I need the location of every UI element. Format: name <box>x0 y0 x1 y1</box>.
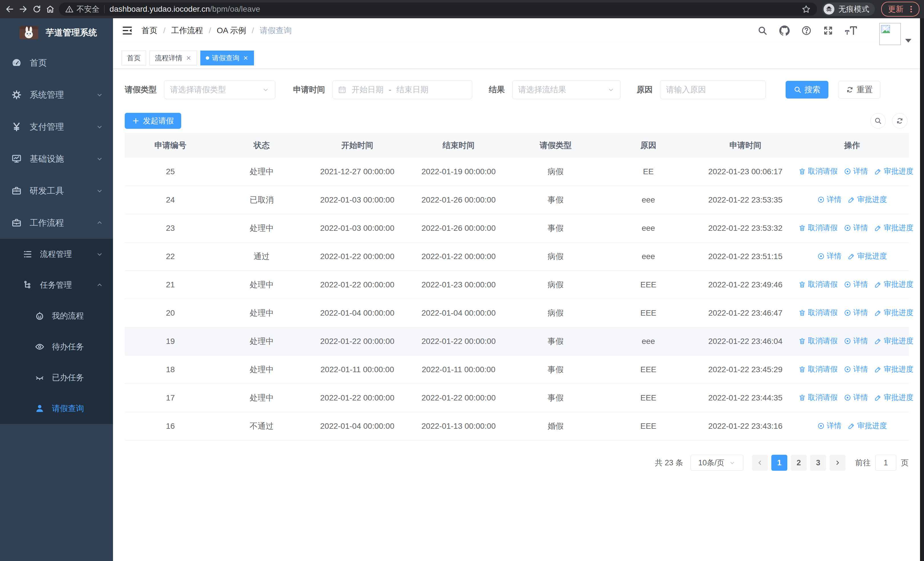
action-cancel-link[interactable]: 取消请假 <box>798 336 837 346</box>
search-button[interactable]: 搜索 <box>786 81 828 99</box>
breadcrumb-separator: / <box>209 26 211 35</box>
action-cancel-link[interactable]: 取消请假 <box>798 364 837 374</box>
sidebar-item-leave-query[interactable]: 请假查询 <box>0 393 113 424</box>
action-detail-link[interactable]: 详情 <box>844 166 868 176</box>
sidebar-item-process-mgmt[interactable]: 流程管理 <box>0 239 113 270</box>
avatar-caret-icon[interactable] <box>905 39 912 42</box>
tab-process-detail[interactable]: 流程详情 <box>150 51 197 65</box>
sidebar-item-label: 系统管理 <box>30 89 64 101</box>
action-label: 详情 <box>853 166 868 176</box>
bookmark-star-icon[interactable] <box>802 5 811 14</box>
cell-apply-time: 2022-01-22 23:53:35 <box>695 186 795 214</box>
sidebar-item-devtools[interactable]: 研发工具 <box>0 175 113 207</box>
fullscreen-icon[interactable] <box>823 26 833 36</box>
action-cancel-link[interactable]: 取消请假 <box>798 223 837 233</box>
cell-leave-type: 病假 <box>510 242 601 271</box>
sidebar-item-task-mgmt[interactable]: 任务管理 <box>0 270 113 301</box>
gear-icon <box>11 90 22 100</box>
page-button-2[interactable]: 2 <box>791 455 807 471</box>
action-progress-link[interactable]: 审批进度 <box>874 223 914 233</box>
reload-icon[interactable] <box>32 3 41 15</box>
main-area: 首页 / 工作流程 / OA 示例 / 请假查询 <box>113 18 920 561</box>
help-icon[interactable] <box>801 26 812 36</box>
leave-type-select[interactable]: 请选择请假类型 <box>164 80 275 99</box>
action-progress-link[interactable]: 审批进度 <box>874 166 914 176</box>
breadcrumb-home[interactable]: 首页 <box>141 25 158 36</box>
action-detail-link[interactable]: 详情 <box>844 393 868 403</box>
page-button-3[interactable]: 3 <box>810 455 826 471</box>
action-progress-link[interactable]: 审批进度 <box>848 194 887 205</box>
font-size-icon[interactable] <box>844 25 857 36</box>
browser-menu-icon[interactable] <box>907 5 915 14</box>
cell-start-time: 2022-01-04 00:00:00 <box>308 299 407 327</box>
sidebar-logo[interactable]: 芋道管理系统 <box>0 18 113 47</box>
action-progress-link[interactable]: 审批进度 <box>848 421 887 431</box>
date-range-input[interactable]: 开始日期 - 结束日期 <box>333 80 472 99</box>
sidebar-item-workflow[interactable]: 工作流程 <box>0 207 113 239</box>
action-progress-link[interactable]: 审批进度 <box>874 393 914 403</box>
next-page-button[interactable] <box>830 455 846 471</box>
action-cancel-link[interactable]: 取消请假 <box>798 393 837 403</box>
search-icon <box>794 86 802 94</box>
page-size-select[interactable]: 10条/页 <box>691 455 743 471</box>
sidebar-item-label: 基础设施 <box>30 153 64 165</box>
cell-apply-id: 22 <box>125 242 216 271</box>
page-button-1[interactable]: 1 <box>771 455 787 471</box>
action-detail-link[interactable]: 详情 <box>844 279 868 289</box>
breadcrumb-workflow[interactable]: 工作流程 <box>171 25 203 36</box>
sidebar-item-system[interactable]: 系统管理 <box>0 79 113 111</box>
reason-input[interactable] <box>660 80 766 99</box>
prev-page-button[interactable] <box>752 455 768 471</box>
home-icon[interactable] <box>45 3 55 15</box>
sidebar-item-my-process[interactable]: 我的流程 <box>0 301 113 331</box>
update-button[interactable]: 更新 <box>881 2 920 17</box>
sidebar-item-todo-tasks[interactable]: 待办任务 <box>0 331 113 362</box>
sidebar-item-payment[interactable]: 支付管理 <box>0 111 113 143</box>
action-progress-link[interactable]: 审批进度 <box>874 279 914 289</box>
action-detail-link[interactable]: 详情 <box>817 421 842 431</box>
action-detail-link[interactable]: 详情 <box>844 364 868 374</box>
cell-status: 处理中 <box>216 214 308 242</box>
sidebar-item-infra[interactable]: 基础设施 <box>0 143 113 175</box>
tab-leave-query[interactable]: 请假查询 <box>200 51 254 65</box>
forward-icon[interactable] <box>18 3 28 15</box>
action-detail-link[interactable]: 详情 <box>844 223 868 233</box>
cell-actions: 详情审批进度 <box>795 186 909 214</box>
briefcase-icon <box>11 218 22 228</box>
sidebar-item-home[interactable]: 首页 <box>0 47 113 79</box>
action-detail-link[interactable]: 详情 <box>844 308 868 317</box>
cell-actions: 详情审批进度 <box>795 412 909 441</box>
action-cancel-link[interactable]: 取消请假 <box>798 308 837 317</box>
close-icon[interactable] <box>186 55 192 61</box>
show-search-toggle-button[interactable] <box>870 113 886 129</box>
avatar[interactable] <box>879 23 901 45</box>
goto-page-input[interactable] <box>875 455 896 471</box>
sidebar-item-done-tasks[interactable]: 已办任务 <box>0 362 113 393</box>
action-detail-link[interactable]: 详情 <box>844 336 868 346</box>
create-leave-button[interactable]: 发起请假 <box>125 113 181 129</box>
action-detail-link[interactable]: 详情 <box>817 251 842 261</box>
pen-icon <box>848 422 855 430</box>
cell-end-time: 2022-01-22 00:00:00 <box>407 384 510 412</box>
reset-button[interactable]: 重置 <box>838 81 880 99</box>
github-icon[interactable] <box>779 25 790 36</box>
cell-end-time: 2022-01-13 00:00:00 <box>407 412 510 441</box>
action-cancel-link[interactable]: 取消请假 <box>798 279 837 289</box>
action-detail-link[interactable]: 详情 <box>817 194 842 205</box>
action-progress-link[interactable]: 审批进度 <box>874 336 914 346</box>
breadcrumb-separator: / <box>252 26 254 35</box>
search-icon[interactable] <box>758 26 768 36</box>
action-progress-link[interactable]: 审批进度 <box>874 364 914 374</box>
action-progress-link[interactable]: 审批进度 <box>848 251 887 261</box>
tab-home[interactable]: 首页 <box>122 51 146 65</box>
result-select[interactable]: 请选择流结果 <box>512 80 621 99</box>
refresh-table-button[interactable] <box>892 113 908 129</box>
sidebar-collapse-icon[interactable] <box>122 25 133 36</box>
breadcrumb-oa-demo[interactable]: OA 示例 <box>217 25 246 36</box>
close-icon[interactable] <box>243 55 249 61</box>
action-progress-link[interactable]: 审批进度 <box>874 308 914 317</box>
action-cancel-link[interactable]: 取消请假 <box>798 166 837 176</box>
back-icon[interactable] <box>5 3 14 15</box>
security-warning-icon <box>65 5 74 14</box>
url-bar[interactable]: 不安全 dashboard.yudao.iocoder.cn /bpm/oa/l… <box>59 3 817 16</box>
